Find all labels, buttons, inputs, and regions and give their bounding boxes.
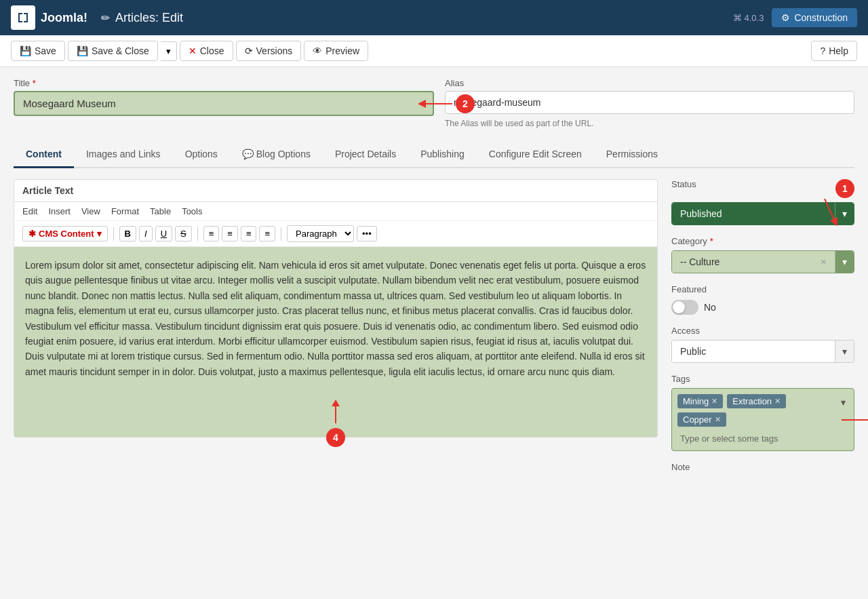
title-input[interactable] bbox=[14, 91, 434, 116]
tags-input-placeholder[interactable]: Type or select some tags bbox=[677, 432, 848, 445]
featured-toggle-row: No bbox=[671, 300, 854, 315]
arrow-4-up bbox=[328, 400, 344, 427]
cms-content-label: CMS Content bbox=[39, 229, 94, 239]
category-select[interactable]: -- Culture ✕ bbox=[672, 251, 835, 273]
menu-format[interactable]: Format bbox=[111, 206, 139, 216]
versions-label: Versions bbox=[256, 45, 293, 56]
align-right-button[interactable]: ≡ bbox=[241, 226, 257, 241]
cms-content-button[interactable]: ✱ CMS Content ▾ bbox=[22, 226, 108, 241]
category-required: * bbox=[710, 236, 713, 246]
strikethrough-button[interactable]: S bbox=[175, 226, 192, 241]
access-caret[interactable]: ▾ bbox=[835, 341, 854, 362]
close-label: Close bbox=[200, 45, 224, 56]
title-label: Title * bbox=[14, 78, 434, 88]
tags-field: Mining ✕ Extraction ✕ Copper ✕ bbox=[671, 388, 854, 451]
tab-bar: Content Images and Links Options 💬 Blog … bbox=[14, 142, 854, 168]
tab-content[interactable]: Content bbox=[14, 142, 74, 168]
joomla-cms-icon: ✱ bbox=[28, 229, 36, 239]
toolbar-divider-2 bbox=[197, 227, 198, 241]
menu-tools[interactable]: Tools bbox=[182, 206, 202, 216]
bold-button[interactable]: B bbox=[119, 226, 136, 241]
tags-caret[interactable]: ▾ bbox=[838, 394, 848, 410]
tab-options[interactable]: Options bbox=[173, 142, 230, 168]
joomla-logo-icon bbox=[11, 5, 35, 30]
annotation-3-container: 3 bbox=[838, 410, 868, 429]
editor-menubar: Edit Insert View Format Table Tools bbox=[14, 202, 657, 221]
status-select[interactable]: Published bbox=[672, 203, 835, 225]
save-button[interactable]: 💾 Save bbox=[11, 41, 65, 61]
annotation-4: 4 bbox=[326, 428, 345, 447]
tag-extraction-remove[interactable]: ✕ bbox=[774, 397, 781, 406]
logo[interactable]: Joomla! bbox=[11, 5, 87, 30]
menu-table[interactable]: Table bbox=[150, 206, 171, 216]
alias-input[interactable] bbox=[445, 91, 854, 114]
help-button[interactable]: ? Help bbox=[811, 41, 857, 61]
save-label: Save bbox=[35, 45, 56, 56]
tab-images-links[interactable]: Images and Links bbox=[74, 142, 173, 168]
content-layout: Article Text Edit Insert View Format Tab… bbox=[14, 168, 854, 472]
editor-toolbar: ✱ CMS Content ▾ B I U S ≡ ≡ ≡ ≡ bbox=[14, 221, 657, 247]
title-group: Title * 2 bbox=[14, 78, 434, 128]
paragraph-select[interactable]: Paragraph bbox=[287, 225, 354, 242]
tab-project-details[interactable]: Project Details bbox=[323, 142, 408, 168]
access-label: Access bbox=[671, 326, 854, 336]
tab-configure-edit-screen[interactable]: Configure Edit Screen bbox=[477, 142, 594, 168]
status-section: Status 1 bbox=[671, 179, 854, 225]
articles-edit-title: Articles: Edit bbox=[115, 11, 183, 25]
category-caret[interactable]: ▾ bbox=[835, 251, 854, 273]
annotation-4-container: 4 bbox=[326, 400, 345, 447]
category-label: Category * bbox=[671, 236, 854, 246]
tag-copper-remove[interactable]: ✕ bbox=[715, 415, 721, 424]
arrow-1 bbox=[815, 195, 856, 229]
tag-extraction: Extraction ✕ bbox=[727, 394, 786, 408]
access-section: Access Public ▾ bbox=[671, 326, 854, 363]
main-content: Title * 2 bbox=[0, 67, 868, 483]
featured-toggle[interactable] bbox=[671, 300, 698, 315]
article-text-editor: Article Text Edit Insert View Format Tab… bbox=[14, 179, 658, 438]
featured-section: Featured No bbox=[671, 284, 854, 315]
note-label: Note bbox=[671, 462, 854, 472]
save-dropdown-button[interactable]: ▾ bbox=[161, 41, 177, 61]
tag-copper: Copper ✕ bbox=[677, 412, 726, 427]
align-justify-button[interactable]: ≡ bbox=[259, 226, 275, 241]
annotation-2: 2 bbox=[456, 94, 475, 113]
access-select[interactable]: Public bbox=[672, 341, 835, 362]
pencil-icon: ✏ bbox=[101, 12, 110, 24]
more-button[interactable]: ••• bbox=[357, 226, 377, 241]
note-section: Note bbox=[671, 462, 854, 472]
toolbar: 💾 Save 💾 Save & Close ▾ ✕ Close ⟳ Versio… bbox=[0, 35, 868, 67]
menu-edit[interactable]: Edit bbox=[22, 206, 37, 216]
svg-marker-2 bbox=[332, 400, 340, 406]
underline-button[interactable]: U bbox=[155, 226, 172, 241]
tags-label: Tags bbox=[671, 374, 854, 384]
preview-button[interactable]: 👁 Preview bbox=[304, 41, 368, 61]
toggle-knob bbox=[673, 301, 685, 313]
close-icon: ✕ bbox=[189, 45, 197, 56]
category-clear-icon[interactable]: ✕ bbox=[821, 258, 827, 267]
menu-insert[interactable]: Insert bbox=[48, 206, 71, 216]
italic-button[interactable]: I bbox=[139, 226, 153, 241]
preview-label: Preview bbox=[326, 45, 359, 56]
nav-right: ⌘ 4.0.3 ⚙ Construction bbox=[733, 8, 857, 27]
versions-button[interactable]: ⟳ Versions bbox=[236, 41, 302, 61]
tab-publishing[interactable]: Publishing bbox=[408, 142, 477, 168]
menu-view[interactable]: View bbox=[81, 206, 100, 216]
featured-label: Featured bbox=[671, 284, 854, 294]
tab-permissions[interactable]: Permissions bbox=[594, 142, 670, 168]
align-center-button[interactable]: ≡ bbox=[222, 226, 238, 241]
align-left-button[interactable]: ≡ bbox=[203, 226, 220, 241]
editor-section-title: Article Text bbox=[14, 180, 657, 202]
tab-blog-options[interactable]: 💬 Blog Options bbox=[230, 142, 323, 168]
help-icon: ? bbox=[820, 45, 825, 56]
close-button[interactable]: ✕ Close bbox=[180, 41, 233, 61]
construction-button[interactable]: ⚙ Construction bbox=[772, 8, 857, 27]
construction-icon: ⚙ bbox=[781, 12, 790, 23]
access-select-row: Public ▾ bbox=[671, 340, 854, 363]
save-close-button[interactable]: 💾 Save & Close bbox=[68, 41, 158, 61]
toolbar-divider-3 bbox=[281, 227, 281, 241]
tags-header: Mining ✕ Extraction ✕ Copper ✕ bbox=[677, 394, 848, 432]
title-alias-row: Title * 2 bbox=[14, 78, 854, 128]
preview-icon: 👁 bbox=[313, 45, 322, 56]
tag-mining-remove[interactable]: ✕ bbox=[711, 397, 717, 406]
category-section: Category * -- Culture ✕ ▾ bbox=[671, 236, 854, 273]
